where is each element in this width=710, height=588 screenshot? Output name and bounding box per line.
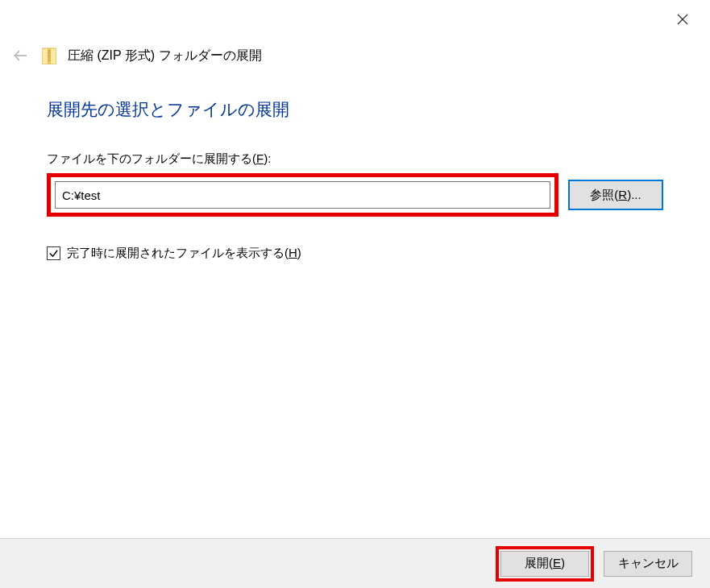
show-files-label-key: H: [289, 246, 297, 259]
cancel-button[interactable]: キャンセル: [604, 551, 692, 577]
browse-button[interactable]: 参照(R)...: [568, 180, 663, 210]
show-files-label-post: ): [297, 246, 301, 259]
destination-label-key: F: [256, 151, 264, 165]
browse-label-post: )...: [627, 188, 641, 201]
browse-label-pre: 参照(: [590, 188, 618, 201]
dialog-footer: 展開(E) キャンセル: [0, 538, 710, 588]
close-icon: [677, 14, 688, 25]
cancel-label: キャンセル: [618, 556, 679, 569]
extract-button[interactable]: 展開(E): [500, 551, 589, 577]
close-button[interactable]: [673, 10, 692, 29]
zip-folder-icon: [42, 47, 56, 64]
show-files-label: 完了時に展開されたファイルを表示する(H): [67, 246, 301, 261]
extract-label-key: E: [553, 556, 561, 569]
show-files-checkbox[interactable]: [47, 246, 60, 260]
extract-label-pre: 展開(: [525, 556, 553, 569]
destination-highlight: [47, 173, 558, 217]
checkmark-icon: [48, 248, 59, 259]
show-files-row: 完了時に展開されたファイルを表示する(H): [47, 246, 663, 261]
browse-label-key: R: [618, 188, 627, 201]
dialog-heading: 展開先の選択とファイルの展開: [47, 98, 663, 121]
destination-label-post: ):: [264, 151, 271, 165]
dialog-header: 圧縮 (ZIP 形式) フォルダーの展開: [11, 43, 699, 68]
show-files-label-pre: 完了時に展開されたファイルを表示する(: [67, 246, 289, 259]
dialog-title: 圧縮 (ZIP 形式) フォルダーの展開: [68, 48, 262, 64]
destination-label-pre: ファイルを下のフォルダーに展開する(: [47, 151, 256, 165]
destination-input[interactable]: [55, 181, 550, 209]
destination-row: 参照(R)...: [47, 173, 663, 217]
destination-label: ファイルを下のフォルダーに展開する(F):: [47, 151, 663, 167]
extract-label-post: ): [561, 556, 565, 569]
dialog-content: 展開先の選択とファイルの展開 ファイルを下のフォルダーに展開する(F): 参照(…: [47, 98, 663, 261]
extract-highlight: 展開(E): [496, 546, 594, 582]
back-button[interactable]: [11, 46, 31, 65]
back-arrow-icon: [13, 48, 29, 64]
